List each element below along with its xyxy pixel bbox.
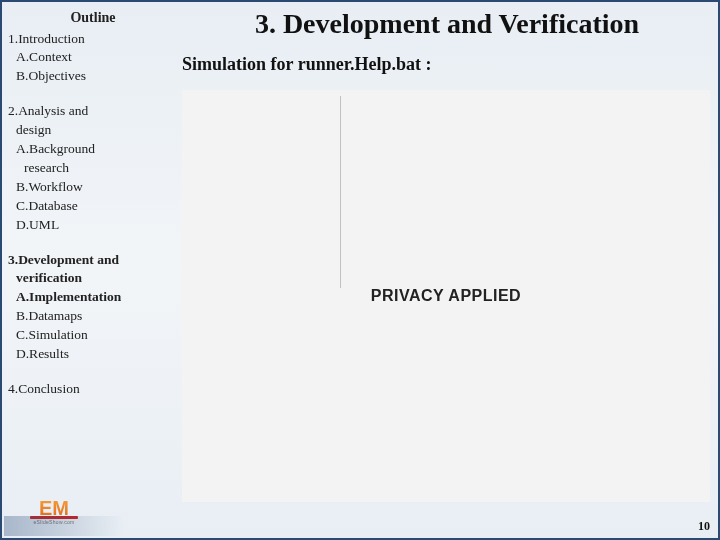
slide-title: 3. Development and Verification — [186, 8, 708, 40]
logo-text: EM — [39, 498, 69, 518]
bottom-left-gradient — [4, 516, 124, 536]
outline-item: 1.Introduction — [8, 30, 178, 49]
outline-item: B.Workflow — [8, 178, 178, 197]
figure-divider — [340, 96, 341, 288]
outline-item: design — [8, 121, 178, 140]
slide: Outline 1.IntroductionA.ContextB.Objecti… — [0, 0, 720, 540]
outline-item: C.Database — [8, 197, 178, 216]
outline-item: research — [8, 159, 178, 178]
outline-item: 3.Development and — [8, 251, 178, 270]
page-number: 10 — [698, 519, 710, 534]
outline-list: 1.IntroductionA.ContextB.Objectives2.Ana… — [8, 30, 178, 399]
outline-item: C.Simulation — [8, 326, 178, 345]
outline-item: B.Datamaps — [8, 307, 178, 326]
outline-header: Outline — [8, 8, 178, 28]
outline-item: B.Objectives — [8, 67, 178, 86]
outline-item: A.Context — [8, 48, 178, 67]
privacy-label: PRIVACY APPLIED — [371, 287, 521, 305]
outline-item: A.Implementation — [8, 288, 178, 307]
outline-sidebar: Outline 1.IntroductionA.ContextB.Objecti… — [2, 2, 182, 538]
outline-item: 4.Conclusion — [8, 380, 178, 399]
simulation-figure: PRIVACY APPLIED — [182, 90, 710, 502]
main-content: 3. Development and Verification Simulati… — [182, 2, 718, 538]
outline-item: A.Background — [8, 140, 178, 159]
slide-subtitle: Simulation for runner.Help.bat : — [182, 54, 708, 75]
outline-item: 2.Analysis and — [8, 102, 178, 121]
outline-item: verification — [8, 269, 178, 288]
outline-item: D.UML — [8, 216, 178, 235]
outline-item: D.Results — [8, 345, 178, 364]
